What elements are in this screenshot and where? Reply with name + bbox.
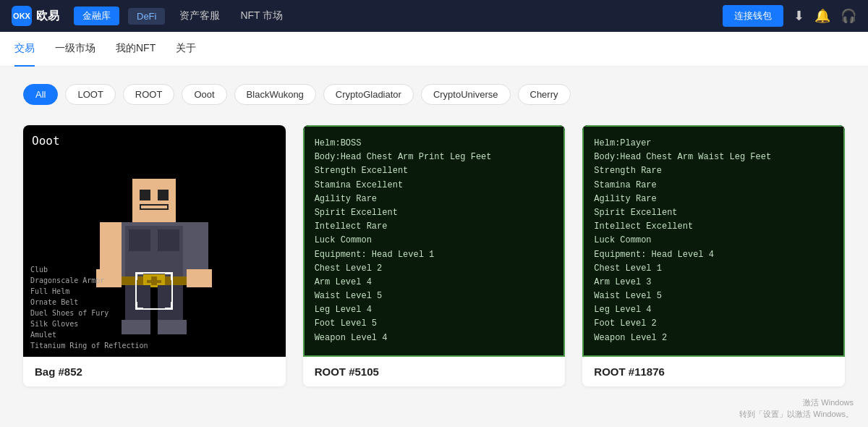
filter-tag-cherry[interactable]: Cherry — [518, 84, 571, 105]
top-navigation: OKX 欧易 金融库 DeFi 资产客服 NFT 市场 连接钱包 ⬇ 🔔 🎧 — [0, 0, 868, 32]
nft-footer-bag852: Bag #852 — [23, 357, 286, 386]
finance-button[interactable]: 金融库 — [74, 7, 119, 25]
nft-card-root11876[interactable]: Helm:PlayerBody:Head Chest Arm Waist Leg… — [582, 125, 845, 386]
filter-row: AllLOOTROOTOootBlackWukongCryptoGladiato… — [23, 84, 845, 105]
sub-navigation: 交易一级市场我的NFT关于 — [0, 32, 868, 67]
nft-footer-root11876: ROOT #11876 — [582, 357, 845, 386]
root-stats: Helm:PlayerBody:Head Chest Arm Waist Leg… — [582, 125, 845, 357]
svg-rect-29 — [171, 302, 172, 309]
logo-text: 欧易 — [36, 9, 59, 24]
nft-name-bag852: Bag #852 — [35, 365, 274, 378]
svg-rect-8 — [158, 229, 179, 251]
svg-rect-16 — [187, 269, 212, 287]
svg-rect-25 — [171, 273, 172, 280]
sub-nav-item-交易[interactable]: 交易 — [14, 32, 35, 67]
svg-rect-14 — [187, 222, 208, 269]
svg-rect-1 — [140, 190, 150, 200]
nft-image-root11876: Helm:PlayerBody:Head Chest Arm Waist Leg… — [582, 125, 845, 357]
nft-name-root5105: ROOT #5105 — [315, 365, 554, 378]
filter-tag-cryptouniverse[interactable]: CryptoUniverse — [421, 84, 511, 105]
ooot-title: Ooot — [32, 134, 277, 148]
svg-rect-4 — [141, 206, 167, 208]
logo-icon: OKX — [12, 6, 32, 26]
nft-market-link[interactable]: NFT 市场 — [234, 9, 289, 22]
filter-tag-root[interactable]: ROOT — [123, 84, 175, 105]
svg-rect-18 — [158, 285, 183, 325]
nft-card-bag852[interactable]: Ooot — [23, 125, 286, 386]
logo: OKX 欧易 — [12, 6, 59, 26]
headset-icon[interactable]: 🎧 — [841, 8, 856, 24]
nft-grid: Ooot — [23, 125, 845, 386]
filter-tag-loot[interactable]: LOOT — [65, 84, 115, 105]
windows-watermark: 激活 Windows 转到「设置」以激活 Windows。 — [739, 397, 854, 404]
nft-image-bag852: Ooot — [23, 125, 286, 357]
svg-rect-20 — [158, 320, 187, 334]
nft-card-root5105[interactable]: Helm:BOSSBody:Head Chest Arm Print Leg F… — [303, 125, 566, 386]
asset-link[interactable]: 资产客服 — [174, 9, 226, 22]
top-nav-right: 连接钱包 ⬇ 🔔 🎧 — [723, 5, 856, 27]
filter-tag-cryptogladiator[interactable]: CryptoGladiator — [323, 84, 414, 105]
defi-button[interactable]: DeFi — [128, 8, 165, 25]
sub-nav-item-关于[interactable]: 关于 — [176, 32, 196, 67]
svg-rect-12 — [147, 280, 161, 283]
svg-rect-2 — [158, 190, 169, 200]
download-icon[interactable]: ⬇ — [793, 8, 804, 24]
root-stats: Helm:BOSSBody:Head Chest Arm Print Leg F… — [303, 125, 566, 357]
sub-nav-item-我的NFT[interactable]: 我的NFT — [116, 32, 156, 67]
svg-rect-13 — [100, 222, 122, 269]
main-content: AllLOOTROOTOootBlackWukongCryptoGladiato… — [0, 67, 868, 404]
filter-tag-all[interactable]: All — [23, 84, 58, 105]
nft-footer-root5105: ROOT #5105 — [303, 357, 566, 386]
filter-tag-blackwukong[interactable]: BlackWukong — [234, 84, 316, 105]
notification-icon[interactable]: 🔔 — [814, 8, 830, 24]
filter-tag-ooot[interactable]: Ooot — [182, 84, 226, 105]
sub-nav-item-一级市场[interactable]: 一级市场 — [55, 32, 95, 67]
nft-image-root5105: Helm:BOSSBody:Head Chest Arm Print Leg F… — [303, 125, 566, 357]
connect-wallet-button[interactable]: 连接钱包 — [723, 5, 783, 27]
nft-name-root11876: ROOT #11876 — [594, 365, 833, 378]
svg-rect-7 — [129, 229, 150, 251]
svg-rect-0 — [132, 179, 176, 222]
